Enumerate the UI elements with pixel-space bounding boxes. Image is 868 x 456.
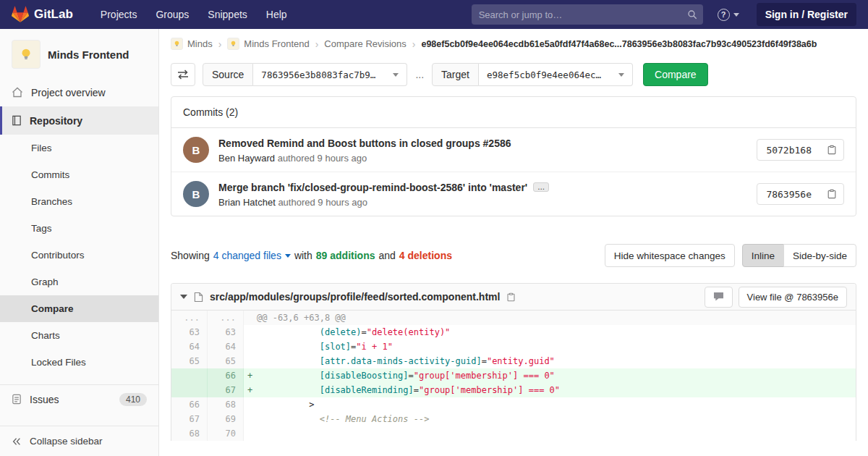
diff-code-line: [attr.data-minds-activity-guid]="entity.… <box>244 354 856 368</box>
copy-sha-button[interactable] <box>820 184 843 204</box>
commit-author-name[interactable]: Ben Hayward <box>218 153 275 164</box>
main-content: Minds › Minds Frontend › Compare Revisio… <box>159 0 868 456</box>
sidebar-item-repository[interactable]: Repository <box>0 106 158 135</box>
new-line-number: ... <box>208 311 244 325</box>
sidebar-item-compare[interactable]: Compare <box>0 295 158 322</box>
issues-icon <box>12 394 22 405</box>
home-icon <box>12 87 23 98</box>
diff-row: 6565 [attr.data-minds-activity-guid]="en… <box>171 354 856 368</box>
view-file-button[interactable]: View file @ 7863956e <box>739 287 847 308</box>
comment-bubble-icon <box>713 292 724 302</box>
side-by-side-view-button[interactable]: Side-by-side <box>783 244 856 267</box>
diff-row: 66+ [disableBoosting]="group['membership… <box>171 368 856 383</box>
breadcrumb-label: Minds Frontend <box>244 38 309 49</box>
diff-code-line: > <box>244 397 856 412</box>
copy-sha-button[interactable] <box>820 140 843 160</box>
breadcrumb: Minds › Minds Frontend › Compare Revisio… <box>159 29 868 56</box>
diff-row: 6769 <!-- Menu Actions --> <box>171 412 856 426</box>
sidebar-item-project-overview[interactable]: Project overview <box>0 78 158 106</box>
hide-whitespace-button[interactable]: Hide whitespace changes <box>605 244 735 267</box>
collapse-sidebar-label: Collapse sidebar <box>30 436 103 447</box>
gitlab-tanuki-logo-icon <box>12 6 29 23</box>
sign-in-register-button[interactable]: Sign in / Register <box>757 3 856 26</box>
new-line-number[interactable]: 66 <box>208 368 244 383</box>
old-line-number[interactable] <box>171 368 208 383</box>
help-dropdown[interactable]: ? <box>718 9 739 21</box>
old-line-number[interactable]: 67 <box>171 412 208 426</box>
compare-button[interactable]: Compare <box>643 63 708 86</box>
commit-sha-link[interactable]: 5072b168 <box>757 145 820 156</box>
source-label: Source <box>203 63 253 86</box>
file-diff-actions: View file @ 7863956e <box>705 287 847 308</box>
target-revision-value: e98ef5cb0f9e4ee064ec… <box>487 69 601 80</box>
diff-row: 6363 (delete)="delete(entity)" <box>171 325 856 339</box>
commit-message-expander[interactable]: ... <box>533 182 549 192</box>
changed-files-label: 4 changed files <box>213 250 281 261</box>
sidebar-item-contributors[interactable]: Contributors <box>0 242 158 269</box>
sidebar-item-charts[interactable]: Charts <box>0 322 158 349</box>
sidebar-item-tags[interactable]: Tags <box>0 215 158 242</box>
project-context-header[interactable]: Minds Frontend <box>0 29 158 78</box>
nav-link-snippets[interactable]: Snippets <box>208 9 247 20</box>
sidebar-item-graph[interactable]: Graph <box>0 269 158 295</box>
nav-link-projects[interactable]: Projects <box>101 9 137 20</box>
nav-link-groups[interactable]: Groups <box>156 9 189 20</box>
new-line-number[interactable]: 65 <box>208 354 244 368</box>
sidebar-item-issues[interactable]: Issues 410 <box>0 385 158 413</box>
new-line-number[interactable]: 63 <box>208 325 244 339</box>
sidebar-section-label: Repository <box>30 115 82 127</box>
sidebar-item-branches[interactable]: Branches <box>0 188 158 215</box>
breadcrumb-item-minds[interactable]: Minds <box>171 38 213 50</box>
compare-revisions-form: Source 7863956e3b8083fac7b9… ... Target … <box>159 56 868 86</box>
commits-panel: Commits (2) BRemoved Remind and Boost bu… <box>171 96 856 216</box>
gitlab-wordmark: GitLab <box>34 7 73 22</box>
old-line-number[interactable] <box>171 383 208 397</box>
commit-title-link[interactable]: Removed Remind and Boost buttons in clos… <box>218 138 511 149</box>
changed-files-dropdown[interactable]: 4 changed files <box>213 250 291 261</box>
double-chevron-left-icon <box>12 436 22 447</box>
old-line-number[interactable]: 66 <box>171 397 208 412</box>
help-icon: ? <box>718 9 730 21</box>
source-input-group: Source 7863956e3b8083fac7b9… <box>203 63 407 86</box>
old-line-number[interactable]: 64 <box>171 339 208 354</box>
commit-sha-link[interactable]: 7863956e <box>757 189 820 200</box>
new-line-number[interactable]: 67 <box>208 383 244 397</box>
sidebar-item-locked-files[interactable]: Locked Files <box>0 349 158 376</box>
target-revision-dropdown[interactable]: e98ef5cb0f9e4ee064ec… <box>479 63 633 86</box>
commit-author-avatar[interactable]: B <box>183 137 209 163</box>
new-line-number[interactable]: 64 <box>208 339 244 354</box>
swap-revisions-button[interactable] <box>171 63 195 86</box>
diff-summary: Showing 4 changed files with 89 addition… <box>171 244 856 267</box>
breadcrumb-item-minds-frontend[interactable]: Minds Frontend <box>227 38 309 50</box>
diff-code-line: (delete)="delete(entity)" <box>244 325 856 339</box>
showing-text: Showing <box>171 250 210 261</box>
sidebar-item-label: Issues <box>30 394 59 405</box>
gitlab-home-link[interactable]: GitLab <box>12 6 73 23</box>
search-input[interactable] <box>472 4 703 25</box>
new-line-number[interactable]: 68 <box>208 397 244 412</box>
deletions-count: 4 deletions <box>399 250 452 261</box>
new-line-number[interactable]: 69 <box>208 412 244 426</box>
toggle-comments-button[interactable] <box>705 287 733 308</box>
old-line-number[interactable]: 65 <box>171 354 208 368</box>
inline-view-button[interactable]: Inline <box>742 244 784 267</box>
breadcrumb-separator-icon: › <box>412 38 416 50</box>
breadcrumb-item-compare-revisions[interactable]: Compare Revisions <box>324 38 406 49</box>
diff-code-line: + [disableBoosting]="group['membership']… <box>244 368 856 383</box>
commit-info: Merge branch 'fix/closed-group-remind-bo… <box>218 180 549 208</box>
source-revision-dropdown[interactable]: 7863956e3b8083fac7b9… <box>253 63 407 86</box>
commit-title-link[interactable]: Merge branch 'fix/closed-group-remind-bo… <box>218 182 527 193</box>
sidebar-item-commits[interactable]: Commits <box>0 161 158 188</box>
diff-row: 6668 > <box>171 397 856 412</box>
collapse-diff-caret-icon[interactable] <box>180 295 187 299</box>
copy-file-path-icon[interactable] <box>506 292 516 302</box>
commit-row: BMerge branch 'fix/closed-group-remind-b… <box>171 172 856 216</box>
old-line-number[interactable]: 68 <box>171 426 208 441</box>
old-line-number[interactable]: 63 <box>171 325 208 339</box>
commit-author-avatar[interactable]: B <box>183 181 209 207</box>
nav-link-help[interactable]: Help <box>266 9 287 20</box>
sidebar-item-files[interactable]: Files <box>0 135 158 161</box>
collapse-sidebar-button[interactable]: Collapse sidebar <box>0 426 158 456</box>
new-line-number[interactable]: 70 <box>208 426 244 441</box>
commit-author-name[interactable]: Brian Hatchet <box>218 197 276 208</box>
